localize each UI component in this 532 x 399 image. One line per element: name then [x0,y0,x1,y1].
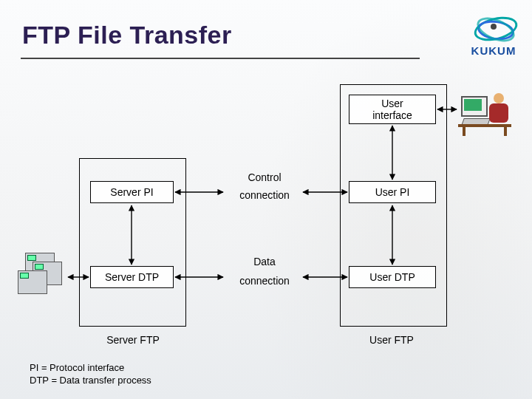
page-title: FTP File Transfer [22,21,232,50]
control-label: Control [228,171,301,183]
logo-text: KUKUM [470,44,517,57]
user-pi-box: User PI [349,181,436,203]
logo-swirl-icon [470,10,517,43]
server-ftp-caption: Server FTP [89,334,177,346]
control-connection-label: connection [228,189,301,201]
legend-dtp: DTP = Data transfer process [30,375,151,387]
user-ftp-caption: User FTP [347,334,436,346]
legend: PI = Protocol interface DTP = Data trans… [30,362,151,387]
title-rule [21,58,420,59]
user-interface-box: User interface [349,95,436,124]
server-clipart-icon [15,251,66,303]
user-dtp-box: User DTP [349,266,436,288]
user-at-computer-icon [458,89,517,140]
data-label: Data [228,256,301,267]
server-dtp-box: Server DTP [90,266,174,288]
legend-pi: PI = Protocol interface [30,362,151,375]
server-pi-box: Server PI [90,181,174,203]
data-connection-label: connection [228,275,301,287]
logo: KUKUM [470,10,517,57]
